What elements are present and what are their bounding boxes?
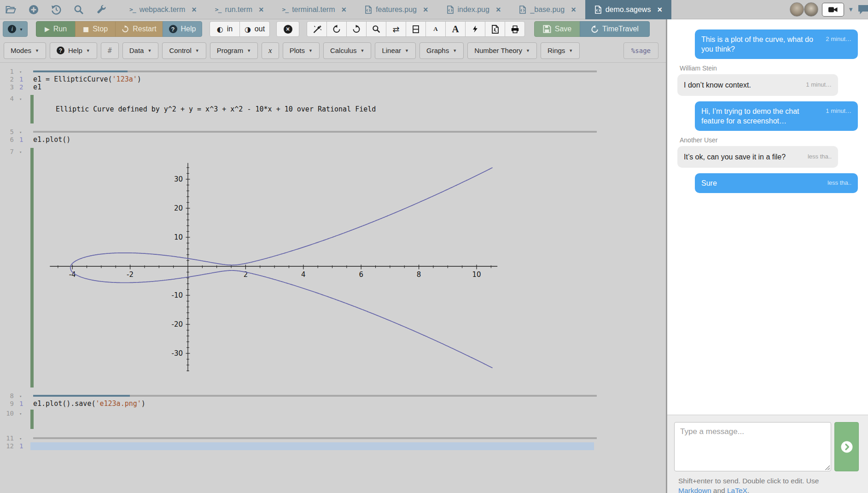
markdown-link[interactable]: Markdown	[678, 487, 711, 493]
fold-arrow-icon[interactable]: ▾	[14, 434, 28, 442]
user-avatar[interactable]	[790, 2, 804, 17]
file-tab-index.pug[interactable]: index.pug×	[437, 0, 510, 19]
file-tab-terminal.term[interactable]: >_terminal.term×	[273, 0, 356, 19]
code-line[interactable]: 91 e1.plot().save('e123a.png')	[0, 400, 666, 408]
close-tab-icon[interactable]: ×	[571, 6, 576, 14]
menu-items: Modes▼?Help▼#Data▼Control▼Program▼xPlots…	[4, 42, 583, 59]
stop-button[interactable]: ■ Stop	[75, 21, 116, 37]
latex-link[interactable]: LaTeX	[727, 487, 747, 493]
code-text[interactable]: e1	[30, 83, 41, 91]
elliptic-curve-plot: -4-2246810-30-20-10102030	[41, 152, 506, 387]
menu-item-help[interactable]: ?Help▼	[50, 42, 97, 59]
cell-mode-indicator[interactable]: %sage	[623, 42, 658, 59]
chat-message[interactable]: It’s ok, can you save it in a file?less …	[677, 146, 838, 168]
timetravel-button[interactable]: TimeTravel	[580, 21, 650, 37]
video-chat-button[interactable]	[822, 3, 844, 17]
undo-button[interactable]	[326, 21, 347, 37]
wrench-icon[interactable]	[96, 5, 106, 14]
menu-item-calculus[interactable]: Calculus▼	[323, 42, 371, 59]
file-tab-_base.pug[interactable]: _base.pug×	[510, 0, 585, 19]
fold-arrow-icon[interactable]: ▾	[14, 95, 28, 123]
delete-output-button[interactable]: ×	[276, 21, 299, 37]
line-number: 6	[0, 136, 14, 144]
file-tab-webpack.term[interactable]: >_webpack.term×	[120, 0, 206, 19]
cell-divider[interactable]: 1▾	[0, 68, 666, 76]
send-message-button[interactable]	[834, 422, 859, 471]
menu-item-label: x	[268, 46, 272, 55]
chat-message[interactable]: This is a plot of the curve, what do you…	[695, 29, 858, 59]
cell-divider[interactable]: 11▾	[0, 434, 666, 442]
output-marker-bar	[30, 148, 34, 387]
save-button[interactable]: Save	[534, 21, 580, 37]
user-avatar[interactable]	[804, 2, 818, 17]
code-line-active[interactable]: 121	[0, 442, 666, 450]
cell-divider[interactable]: 5▾	[0, 128, 666, 136]
chat-bubble-icon[interactable]	[857, 5, 868, 15]
font-small-icon: A	[433, 25, 437, 33]
active-line-highlight[interactable]	[30, 442, 594, 450]
chevron-down-icon[interactable]: ▼	[848, 6, 854, 13]
toggle-output-button[interactable]: ◑ out	[239, 21, 270, 37]
file-tab-run.term[interactable]: >_run.term×	[206, 0, 273, 19]
chat-message[interactable]: Sureless tha..	[695, 173, 858, 193]
power-button[interactable]	[465, 21, 485, 37]
fold-arrow-icon[interactable]: ▾	[14, 128, 28, 136]
chat-message[interactable]: Hi, I’m trying to demo the chat feature …	[695, 101, 858, 131]
cell-divider[interactable]: 8▾	[0, 392, 666, 400]
menu-item-data[interactable]: Data▼	[122, 42, 159, 59]
help-button[interactable]: ? Help	[163, 21, 202, 37]
close-tab-icon[interactable]: ×	[192, 6, 197, 14]
menu-item-control[interactable]: Control▼	[162, 42, 206, 59]
chat-message-input[interactable]	[674, 422, 831, 471]
menu-item-program[interactable]: Program▼	[210, 42, 258, 59]
menu-item-modes[interactable]: Modes▼	[4, 42, 46, 59]
menu-item-graphs[interactable]: Graphs▼	[419, 42, 464, 59]
print-button[interactable]	[505, 21, 525, 37]
toggle-input-button[interactable]: ◐ in	[210, 21, 240, 37]
restart-button[interactable]: Restart	[115, 21, 163, 37]
decrease-font-button[interactable]: A	[425, 21, 446, 37]
fold-arrow-icon[interactable]: ▾	[14, 410, 28, 429]
info-dropdown-button[interactable]: i ▾	[3, 21, 28, 37]
close-tab-icon[interactable]: ×	[657, 6, 662, 14]
open-file-tabs: >_webpack.term×>_run.term×>_terminal.ter…	[120, 0, 671, 19]
fold-arrow-icon[interactable]: ▾	[14, 392, 28, 400]
chat-message[interactable]: I don’t know context.1 minut…	[677, 74, 838, 96]
file-tab-features.pug[interactable]: features.pug×	[355, 0, 437, 19]
menu-item-x[interactable]: x	[262, 42, 279, 59]
run-button[interactable]: ▶ Run	[36, 21, 76, 37]
export-pdf-button[interactable]	[485, 21, 505, 37]
search-icon[interactable]	[73, 5, 84, 14]
close-tab-icon[interactable]: ×	[259, 6, 264, 14]
menu-item-rings[interactable]: Rings▼	[541, 42, 580, 59]
menu-item-number-theory[interactable]: Number Theory▼	[467, 42, 537, 59]
history-icon[interactable]	[51, 5, 61, 14]
file-tab-demo.sagews[interactable]: demo.sagews×	[585, 0, 671, 19]
format-wand-button[interactable]	[307, 21, 327, 37]
split-cell-button[interactable]	[406, 21, 426, 37]
send-chevron-icon	[840, 440, 853, 453]
increase-font-button[interactable]: A	[445, 21, 466, 37]
redo-button[interactable]	[346, 21, 367, 37]
find-button[interactable]	[366, 21, 386, 37]
menu-item-#[interactable]: #	[101, 42, 119, 59]
new-file-icon[interactable]	[28, 5, 39, 14]
fold-arrow-icon[interactable]: ▾	[14, 148, 28, 387]
menu-item-plots[interactable]: Plots▼	[283, 42, 320, 59]
close-tab-icon[interactable]: ×	[423, 6, 428, 14]
code-text[interactable]: e1 = EllipticCurve('123a')	[30, 76, 141, 83]
code-line[interactable]: 21 e1 = EllipticCurve('123a')	[0, 76, 666, 83]
code-text[interactable]: e1.plot().save('e123a.png')	[30, 400, 146, 408]
code-text[interactable]: e1.plot()	[30, 136, 70, 144]
half-circle-icon: ◑	[245, 25, 251, 34]
fold-arrow-icon[interactable]: ▾	[14, 68, 28, 76]
code-line[interactable]: 61 e1.plot()	[0, 136, 666, 144]
close-tab-icon[interactable]: ×	[342, 6, 347, 14]
time-travel-icon	[591, 25, 599, 33]
replace-button[interactable]: ⇄	[386, 21, 406, 37]
menu-item-linear[interactable]: Linear▼	[375, 42, 416, 59]
code-line[interactable]: 32 e1	[0, 83, 666, 91]
svg-text:20: 20	[174, 204, 183, 212]
close-tab-icon[interactable]: ×	[496, 6, 501, 14]
open-folder-icon[interactable]	[6, 5, 16, 14]
